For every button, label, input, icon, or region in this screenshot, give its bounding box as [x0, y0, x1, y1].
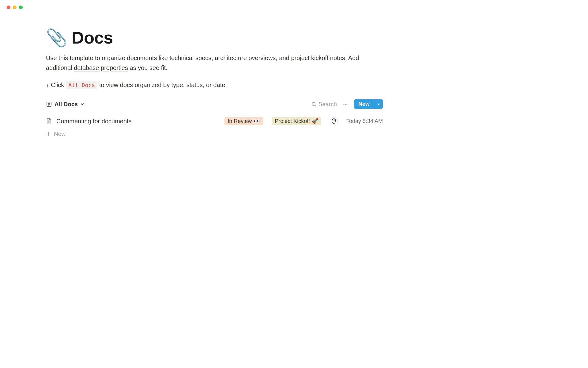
search-icon — [311, 102, 317, 107]
window-controls — [0, 0, 429, 9]
new-row-button[interactable]: New — [46, 129, 383, 139]
chevron-down-icon — [80, 102, 85, 106]
page-content: 📎 Docs Use this template to organize doc… — [0, 9, 429, 139]
new-button-label: New — [358, 101, 370, 107]
search-label: Search — [318, 101, 337, 108]
timestamp: Today 5:34 AM — [346, 118, 383, 125]
hint-prefix: Click — [51, 82, 64, 89]
svg-line-5 — [315, 105, 316, 106]
category-badge[interactable]: Project Kickoff 🚀 — [272, 117, 321, 125]
new-button[interactable]: New — [354, 99, 374, 109]
svg-point-14 — [333, 121, 334, 121]
status-badge[interactable]: In Review 👀 — [224, 117, 263, 125]
database-properties-link[interactable]: database properties — [74, 64, 128, 71]
search-button[interactable]: Search — [311, 101, 337, 108]
title-row: 📎 Docs — [46, 28, 383, 48]
page-icon — [46, 118, 52, 125]
page-title[interactable]: Docs — [72, 28, 113, 48]
svg-point-7 — [345, 104, 346, 105]
table-row[interactable]: Commenting for documents In Review 👀 Pro… — [46, 112, 383, 129]
hint-row: ↓ Click All Docs to view docs organized … — [46, 81, 383, 89]
new-button-dropdown[interactable] — [374, 99, 383, 109]
svg-point-13 — [332, 119, 335, 123]
paperclip-icon[interactable]: 📎 — [46, 29, 67, 46]
new-button-group: New — [354, 99, 383, 109]
down-arrow-icon: ↓ — [46, 82, 49, 89]
ellipsis-icon — [342, 101, 349, 107]
more-options-button[interactable] — [342, 101, 349, 107]
svg-point-8 — [346, 104, 347, 105]
view-selector[interactable]: All Docs — [46, 101, 85, 108]
svg-point-6 — [343, 104, 344, 105]
view-actions: Search New — [311, 99, 383, 109]
page-description: Use this template to organize documents … — [46, 53, 383, 73]
view-bar: All Docs Search — [46, 99, 383, 112]
close-window-button[interactable] — [7, 6, 10, 9]
list-icon — [46, 101, 52, 107]
minimize-window-button[interactable] — [13, 6, 17, 9]
plus-icon — [46, 132, 51, 136]
description-text-after: as you see fit. — [128, 64, 168, 71]
svg-point-15 — [334, 121, 335, 121]
avatar[interactable] — [330, 117, 338, 125]
hint-suffix: to view docs organized by type, status, … — [99, 82, 227, 89]
maximize-window-button[interactable] — [19, 6, 23, 9]
new-row-label: New — [54, 131, 66, 137]
all-docs-chip: All Docs — [66, 81, 97, 89]
view-name: All Docs — [55, 101, 78, 108]
doc-title[interactable]: Commenting for documents — [56, 118, 132, 125]
